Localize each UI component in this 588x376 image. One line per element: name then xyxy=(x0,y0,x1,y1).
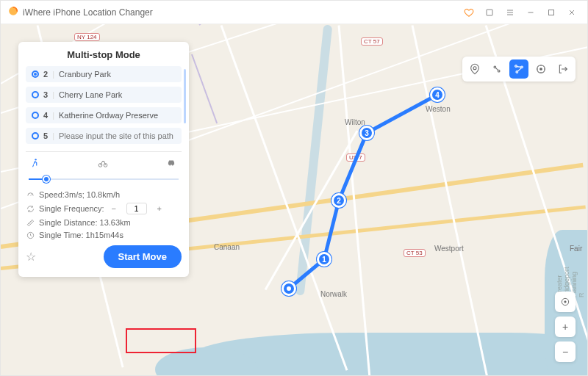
titlebar: iWhere iPhone Location Changer xyxy=(1,1,587,24)
speed-info: Speed:3m/s; 10.8km/h xyxy=(26,190,182,199)
map-place-label: Norwalk xyxy=(320,290,347,298)
radio-icon xyxy=(32,91,39,98)
map-place-label: Weston xyxy=(426,105,451,113)
svg-point-16 xyxy=(540,68,542,70)
route-origin-marker[interactable] xyxy=(282,281,296,296)
freq-plus-button[interactable]: + xyxy=(154,204,165,213)
stop-number: 2 xyxy=(43,70,48,79)
radio-icon xyxy=(32,132,39,140)
mode-multi-stop[interactable] xyxy=(509,59,528,79)
map-place-label: Fair xyxy=(570,245,582,253)
stop-number: 4 xyxy=(43,111,48,120)
stops-list: 2 |Cranbury Park 3 |Cherry Lane Park 4 |… xyxy=(26,66,182,144)
route-waypoint-marker[interactable]: 3 xyxy=(359,126,374,140)
recenter-button[interactable] xyxy=(555,292,576,312)
map-place-label: Westport xyxy=(434,245,464,253)
start-move-button[interactable]: Start Move xyxy=(104,245,182,268)
route-shield: US 7 xyxy=(346,153,365,162)
bike-mode-icon[interactable] xyxy=(97,158,109,171)
route-waypoint-marker[interactable]: 4 xyxy=(430,87,445,102)
frequency-row: Single Frequency: − + xyxy=(26,203,182,214)
route-waypoint-marker[interactable]: 2 xyxy=(331,193,346,208)
svg-point-10 xyxy=(494,66,496,68)
stop-row[interactable]: 5 | xyxy=(26,128,182,144)
svg-point-19 xyxy=(35,159,36,160)
repeat-icon xyxy=(26,205,35,213)
stop-input[interactable] xyxy=(59,131,176,140)
stop-number: 5 xyxy=(43,131,48,140)
menu-icon[interactable] xyxy=(502,4,518,21)
svg-point-11 xyxy=(498,70,500,72)
gauge-icon xyxy=(26,191,35,199)
stop-label: Cranbury Park xyxy=(59,70,111,79)
car-mode-icon[interactable] xyxy=(165,158,177,171)
close-button[interactable] xyxy=(564,4,580,21)
heart-icon[interactable] xyxy=(461,4,477,21)
stop-row[interactable]: 3 |Cherry Lane Park xyxy=(26,87,182,103)
minimize-button[interactable] xyxy=(523,4,539,21)
route-shield: CT 53 xyxy=(404,249,426,257)
radio-icon xyxy=(32,112,39,119)
mode-one-stop[interactable] xyxy=(487,59,506,79)
distance-info: Single Distance: 13.63km xyxy=(26,218,182,227)
stop-row[interactable]: 2 |Cranbury Park xyxy=(26,66,182,82)
walk-mode-icon[interactable] xyxy=(30,158,40,171)
stop-number: 3 xyxy=(43,90,48,99)
favorite-star-icon[interactable]: ☆ xyxy=(26,250,36,264)
panel-title: Multi-stop Mode xyxy=(26,49,182,60)
svg-point-9 xyxy=(473,67,476,70)
multi-stop-panel: Multi-stop Mode 2 |Cranbury Park 3 |Cher… xyxy=(18,42,189,277)
zoom-out-button[interactable]: − xyxy=(555,341,576,362)
divider xyxy=(26,151,182,152)
route-shield: NY 124 xyxy=(74,33,100,41)
svg-rect-1 xyxy=(487,10,492,15)
stop-row[interactable]: 4 |Katherine Ordway Preserve xyxy=(26,107,182,123)
ruler-icon xyxy=(26,219,35,227)
map-place-label: Wilton xyxy=(345,118,365,126)
map-mode-toolbar xyxy=(462,57,576,82)
frequency-input[interactable] xyxy=(126,203,147,214)
speed-mode-row xyxy=(26,158,182,171)
maximize-button[interactable] xyxy=(543,4,559,21)
mode-joystick[interactable] xyxy=(531,59,551,79)
zoom-in-button[interactable]: + xyxy=(555,317,576,337)
svg-point-18 xyxy=(564,301,566,303)
route-shield: CT 57 xyxy=(361,37,383,46)
zoom-controls: + − xyxy=(555,292,576,362)
app-logo-icon xyxy=(8,6,18,18)
app-title: iWhere iPhone Location Changer xyxy=(23,7,153,18)
radio-icon xyxy=(32,70,39,78)
map-place-label: Canaan xyxy=(214,243,240,251)
mode-modify-location[interactable] xyxy=(465,59,484,79)
svg-rect-6 xyxy=(549,10,554,15)
window-icon[interactable] xyxy=(481,4,498,21)
stop-label: Katherine Ordway Preserve xyxy=(59,111,158,120)
exit-icon[interactable] xyxy=(553,59,573,79)
clock-icon xyxy=(26,231,35,239)
speed-slider[interactable] xyxy=(29,176,179,183)
time-info: Single Time: 1h15m44s xyxy=(26,231,182,239)
freq-minus-button[interactable]: − xyxy=(109,204,119,213)
stop-label: Cherry Lane Park xyxy=(59,90,122,99)
highlight-box xyxy=(126,328,196,353)
route-waypoint-marker[interactable]: 1 xyxy=(317,252,331,267)
